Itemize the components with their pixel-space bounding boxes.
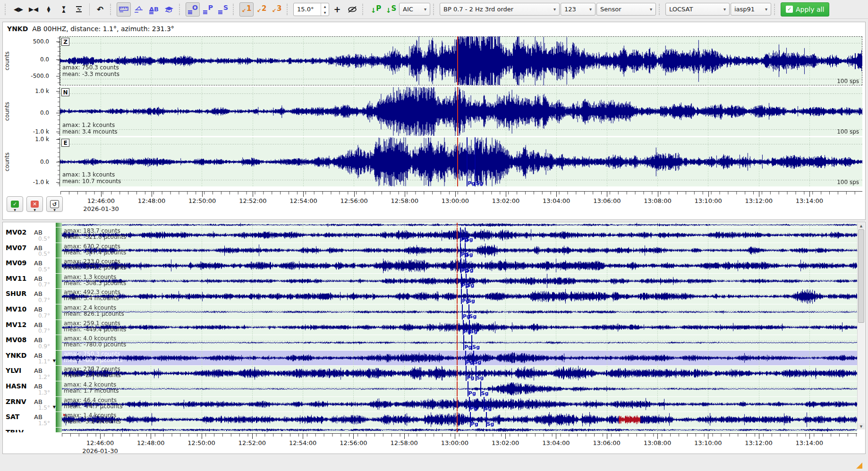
cursor-line [457,320,458,335]
toolbar-grip[interactable] [179,4,183,15]
toolbar-grip[interactable] [659,4,663,15]
onset-picker-dropdown[interactable]: AIC ▾ [399,3,430,16]
graduation-cap-icon[interactable] [162,2,176,17]
reset-pick-button[interactable]: ↺ ▼ [46,196,63,212]
station-row-MV07[interactable]: MV07AB0.5°PgSgamax: 670.2 countsmean: -3… [3,243,857,258]
time-zoom-in-icon[interactable]: ▶◀ [26,2,41,17]
station-trace-MV12[interactable]: PgSgamax: 259.1 countsmean: -449.4 µcoun… [62,320,857,335]
apply-all-button[interactable]: ✓ Apply all [781,2,829,17]
main-toolbar: ◀▶ ▶◀ ▲▼ ▼▲ ∿ ↶ AB O P [0,0,868,19]
phase-s-button[interactable]: S [216,2,230,17]
trace-plot-E[interactable]: PgSgEamax: 1.3 kcountsmean: 10.7 mcounts… [60,137,862,186]
zoom-preset-3-button[interactable]: ↙ 3 [270,2,284,17]
scrollbar-thumb[interactable] [858,229,864,323]
station-row-MV02[interactable]: MV02AB0.5°PgSgamax: 183.7 countsmean: -5… [3,227,857,243]
y-axis [52,87,60,136]
zoom-2-label: 2 [262,4,266,13]
toolbar-grip[interactable] [433,4,437,15]
toolbar-grip[interactable] [5,4,9,15]
label-ab-icon[interactable]: AB [147,2,161,17]
component-label-box: N [61,88,69,96]
spin-down-icon[interactable]: ▼ [321,9,329,16]
distance-label: 0.7° [38,328,50,334]
station-row-YNKD[interactable]: YNKDAB1.1°▼PgSgamax: 750.3 countsmean: -… [3,351,857,366]
zoom-preset-1-button[interactable]: ↙ 1 [239,2,254,17]
station-row-MV08[interactable]: MV08AB0.9°PgSgamax: 4.0 kcountsmean: -78… [3,335,857,350]
filter-dropdown[interactable]: BP 0.7 - 2 Hz 3rd order ▾ [440,3,560,16]
station-trace-MV11[interactable]: PgSgamax: 1.3 kcountsmean: -308.3 µcount… [62,274,857,289]
station-row-ZRNV[interactable]: ZRNVAB1.5°▼PgSgamax: 46.4 countsmean: -7… [3,397,857,412]
scroll-up-icon[interactable]: ▲ [858,223,865,229]
pick-p-button[interactable]: ↓ P [369,2,383,17]
phase-pick-label: Pg [466,359,474,365]
station-row-SAT[interactable]: SATAB1.5°PgSg➤amax: 1.4 kcountsmean: -3.… [3,412,857,427]
vertical-scrollbar[interactable]: ▲ ▼ [857,223,865,429]
spinner-buttons[interactable]: ▲ ▼ [321,3,329,16]
station-trace-YLVI[interactable]: PgSgamax: 279.7 countsmean: -2.4 mcounts [62,366,857,381]
waveform-canvas [62,304,857,320]
components-dropdown[interactable]: 123 ▾ [561,3,596,16]
reject-pick-button[interactable]: ✕ ▼ [26,196,43,212]
phase-pick-label: Sg [466,267,474,273]
phase-p-button[interactable]: P [201,2,215,17]
station-row-MV09[interactable]: MV09AB0.5°PgSgamax: 233.0 countsmean: -5… [3,258,857,273]
expand-caret-icon[interactable]: ▼ [53,359,56,363]
station-trace-MV09[interactable]: PgSgamax: 233.0 countsmean: -573.2 µcoun… [62,258,857,273]
station-trace-MV10[interactable]: PgSgamax: 2.4 kcountsmean: 826.1 µcounts [62,304,857,320]
station-trace-MV02[interactable]: PgSgamax: 183.7 countsmean: -521.0 µcoun… [62,227,857,243]
station-label-cell: SATAB1.5° [3,412,56,427]
phase-pick-label: Sg [472,344,480,350]
expand-caret-icon[interactable]: ▼ [53,405,56,409]
phase-origin-button[interactable]: O [186,2,200,17]
phase-pick-marker[interactable] [475,137,476,186]
trace-plot-N[interactable]: Namax: 1.2 kcountsmean: 3.4 mcounts100 s… [60,87,862,136]
toolbar-grip[interactable] [774,4,778,15]
toolbar-grip[interactable] [287,4,290,15]
polarity-triangle-icon[interactable] [132,2,146,17]
station-trace-SHUR[interactable]: PgSgamax: 492.3 countsmean: 3.4 mcounts [62,289,857,304]
spin-up-icon[interactable]: ▲ [321,3,329,9]
station-trace-MV07[interactable]: PgSgamax: 670.2 countsmean: -347.4 µcoun… [62,243,857,258]
confirm-pick-button[interactable]: ✓ ▼ [7,196,23,212]
ruler-icon[interactable] [117,2,131,17]
station-trace[interactable] [62,428,857,432]
station-row-HASN[interactable]: HASNAB1.3°PgSgamax: 4.2 kcountsmean: 1.7… [3,381,857,396]
amplitude-unit-dropdown[interactable]: Sensor ▾ [596,3,656,16]
normalize-amplitude-icon[interactable]: ∿ [72,2,86,17]
toolbar-grip[interactable] [110,4,114,15]
toolbar-grip[interactable] [233,4,237,15]
pick-s-button[interactable]: ↓ S [384,2,398,17]
locator-dropdown[interactable]: LOCSAT ▾ [665,3,730,16]
station-row-MV12[interactable]: MV12AB0.7°PgSgamax: 259.1 countsmean: -4… [3,320,857,335]
amplitude-zoom-in-icon[interactable]: ▼▲ [57,2,71,17]
quality-bar [56,381,62,396]
time-zoom-out-icon[interactable]: ◀▶ [11,2,26,17]
station-row-SHUR[interactable]: SHURAB0.7°PgSgamax: 492.3 countsmean: 3.… [3,289,857,304]
waveform-canvas [62,366,857,381]
scroll-down-icon[interactable]: ▼ [858,423,865,429]
phase-p-label: P [208,4,213,11]
hide-traces-eye-icon[interactable] [345,2,359,17]
rotation-spinbox[interactable]: 15.0° ▲ ▼ [293,3,329,16]
station-row-MV11[interactable]: MV11AB0.7°PgSgamax: 1.3 kcountsmean: -30… [3,274,857,289]
station-trace-HASN[interactable]: PgSgamax: 4.2 kcountsmean: 1.7 mcounts [62,381,857,396]
add-icon[interactable]: + [330,2,344,17]
restore-view-icon[interactable]: ↶ [93,2,107,17]
station-trace-YNKD[interactable]: PgSgamax: 750.3 countsmean: -88.9 µcount… [62,351,857,366]
amplitude-zoom-out-icon[interactable]: ▲▼ [42,2,56,17]
station-trace-MV08[interactable]: PgSgamax: 4.0 kcountsmean: -780.0 µcount… [62,335,857,350]
station-code: MV11 [6,275,26,282]
toolbar-grip[interactable] [362,4,366,15]
station-row-MV10[interactable]: MV10AB0.7°PgSgamax: 2.4 kcountsmean: 826… [3,304,857,320]
station-trace-SAT[interactable]: PgSg➤amax: 1.4 kcountsmean: -3.2 mcounts [62,412,857,427]
zoom-preset-2-button[interactable]: ↙ 2 [255,2,269,17]
zoom-arrow-icon: ↙ [242,8,246,14]
caret-down-icon: ▾ [584,7,592,12]
trace-plot-Z[interactable]: Zamax: 750.3 countsmean: -3.3 mcounts100… [60,36,862,85]
distance-label: 1.5° [38,404,50,411]
station-trace[interactable] [62,223,857,227]
phase-pick-marker[interactable] [467,137,468,186]
station-trace-ZRNV[interactable]: PgSgamax: 46.4 countsmean: -74.7 µcounts [62,397,857,412]
station-row-YLVI[interactable]: YLVIAB1.2°PgSgamax: 279.7 countsmean: -2… [3,366,857,381]
velocity-model-dropdown[interactable]: iasp91 ▾ [731,3,771,16]
